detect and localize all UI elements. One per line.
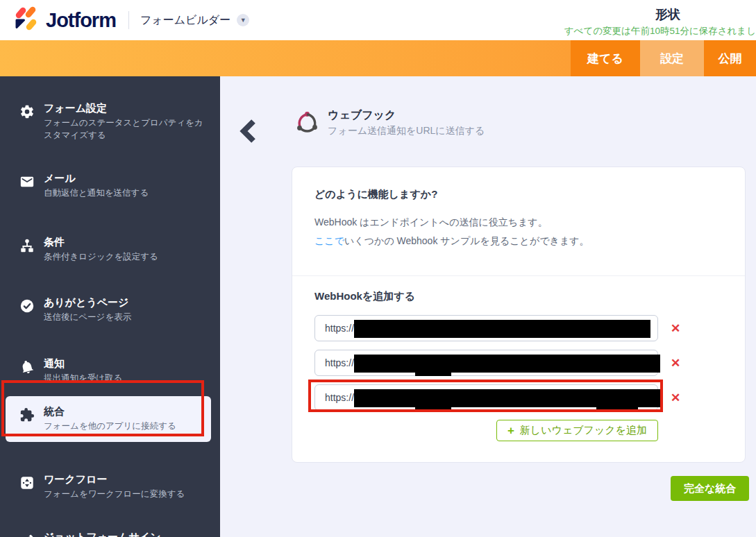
tab-publish[interactable]: 公開 — [704, 40, 756, 76]
card-divider — [292, 275, 745, 276]
sidebar-item-emails[interactable]: メール 自動返信と通知を送信する — [6, 164, 211, 207]
jotform-wordmark: Jotform — [46, 9, 116, 32]
url-prefix: https:// — [325, 323, 354, 334]
sidebar-item-form-settings[interactable]: フォーム設定 フォームのステータスとプロパティをカスタマイズする — [6, 94, 211, 149]
sidebar-item-notifications[interactable]: 通知 提出通知を受け取る — [6, 350, 211, 393]
sidebar-item-subtitle: 自動返信と通知を送信する — [44, 187, 204, 200]
tab-settings[interactable]: 設定 — [640, 40, 704, 76]
sidebar-item-integrations[interactable]: 統合 フォームを他のアプリに接続する — [6, 396, 211, 442]
remove-webhook-button-1[interactable]: ✕ — [671, 323, 680, 334]
help-line2: ここでいくつかの Webhook サンプルを見ることができます。 — [314, 235, 723, 248]
sidebar-item-subtitle: 送信後にページを表示 — [44, 312, 204, 324]
sidebar-item-subtitle: フォームのステータスとプロパティをカスタマイズする — [44, 117, 204, 142]
webhook-row: https:// ✕ — [314, 350, 682, 376]
help-heading: どのように機能しますか? — [314, 188, 723, 201]
integration-header: ウェブフック フォーム送信通知をURLに送信する — [294, 108, 485, 137]
integration-subtitle: フォーム送信通知をURLに送信する — [328, 125, 485, 137]
settings-sidebar: フォーム設定 フォームのステータスとプロパティをカスタマイズする メール 自動返… — [0, 76, 220, 537]
sidebar-item-subtitle: 条件付きロジックを設定する — [44, 251, 204, 264]
webhook-row: https:// ✕ — [314, 384, 682, 411]
sitemap-icon — [19, 238, 35, 253]
form-title[interactable]: 形状 — [655, 6, 680, 23]
sidebar-item-title: 通知 — [44, 357, 204, 370]
sidebar-item-title: 条件 — [44, 236, 204, 249]
jotform-logo-icon — [12, 6, 39, 35]
redacted-url — [354, 389, 662, 407]
check-circle-icon — [19, 298, 35, 314]
complete-integration-button[interactable]: 完全な統合 — [671, 476, 749, 501]
main-content: ウェブフック フォーム送信通知をURLに送信する どのように機能しますか? We… — [220, 76, 756, 537]
top-header: Jotform フォームビルダー ▼ 形状 すべての変更は午前10時51分に保存… — [0, 0, 756, 40]
workflow-icon — [19, 475, 35, 491]
integration-title: ウェブフック — [328, 108, 485, 123]
puzzle-icon — [19, 407, 35, 423]
webhook-list: https:// ✕ https:// ✕ https:// — [314, 315, 682, 411]
samples-link[interactable]: ここで — [314, 235, 344, 246]
jotform-logo[interactable]: Jotform — [12, 6, 116, 35]
form-builder-menu[interactable]: フォームビルダー ▼ — [140, 13, 249, 28]
form-builder-menu-label: フォームビルダー — [140, 13, 230, 28]
pen-nib-icon — [19, 533, 35, 537]
mail-icon — [19, 174, 35, 189]
add-new-webhook-label: 新しいウェブフックを追加 — [520, 424, 647, 437]
sidebar-item-title: ありがとうページ — [44, 296, 204, 309]
redacted-url — [354, 320, 650, 338]
redacted-url — [354, 355, 660, 373]
sidebar-item-title: 統合 — [44, 405, 204, 418]
builder-nav-bar: 建てる 設定 公開 — [0, 40, 756, 76]
chevron-down-icon: ▼ — [237, 14, 249, 26]
sidebar-item-workflow[interactable]: ワークフロー フォームをワークフローに変換する — [6, 466, 211, 509]
remove-webhook-button-3[interactable]: ✕ — [671, 392, 680, 404]
webhook-url-input-3[interactable]: https:// — [314, 384, 658, 411]
add-webhook-heading: WebHookを追加する — [314, 290, 723, 303]
webhook-url-input-1[interactable]: https:// — [314, 315, 658, 341]
remove-webhook-button-2[interactable]: ✕ — [671, 357, 680, 369]
bell-icon — [19, 359, 35, 375]
plus-icon: + — [507, 424, 514, 438]
sidebar-item-subtitle: フォームをワークフローに変換する — [44, 488, 204, 501]
sidebar-item-subtitle: フォームを他のアプリに接続する — [44, 420, 204, 433]
help-line1: WebHook はエンドポイントへの送信に役立ちます。 — [314, 216, 723, 229]
back-button[interactable] — [239, 118, 257, 144]
sidebar-item-title: ワークフロー — [44, 473, 204, 486]
sidebar-item-title: メール — [44, 172, 204, 185]
sidebar-item-title: フォーム設定 — [44, 102, 204, 115]
tab-build[interactable]: 建てる — [571, 40, 640, 76]
sidebar-item-jotform-sign[interactable]: ジョットフォームサイン Jotform Signでフォームを強化 — [6, 523, 211, 537]
sidebar-item-title: ジョットフォームサイン — [44, 531, 204, 537]
header-divider — [128, 11, 129, 29]
webhook-card: どのように機能しますか? WebHook はエンドポイントへの送信に役立ちます。… — [292, 167, 746, 463]
save-status-text: すべての変更は午前10時51分に保存されまし — [564, 25, 756, 37]
help-line2-rest: いくつかの Webhook サンプルを見ることができます。 — [344, 235, 589, 246]
add-webhook-row: + 新しいウェブフックを追加 — [314, 420, 682, 441]
sidebar-item-conditions[interactable]: 条件 条件付きロジックを設定する — [6, 228, 211, 271]
url-prefix: https:// — [325, 392, 354, 403]
url-prefix: https:// — [325, 357, 354, 368]
add-new-webhook-button[interactable]: + 新しいウェブフックを追加 — [496, 420, 658, 441]
webhook-row: https:// ✕ — [314, 315, 682, 341]
webhook-icon — [294, 108, 320, 136]
sidebar-item-thank-you-page[interactable]: ありがとうページ 送信後にページを表示 — [6, 289, 211, 332]
sidebar-item-subtitle: 提出通知を受け取る — [44, 373, 204, 385]
gear-icon — [19, 104, 35, 119]
nav-bar-spacer — [0, 40, 571, 76]
webhook-url-input-2[interactable]: https:// — [314, 350, 658, 376]
